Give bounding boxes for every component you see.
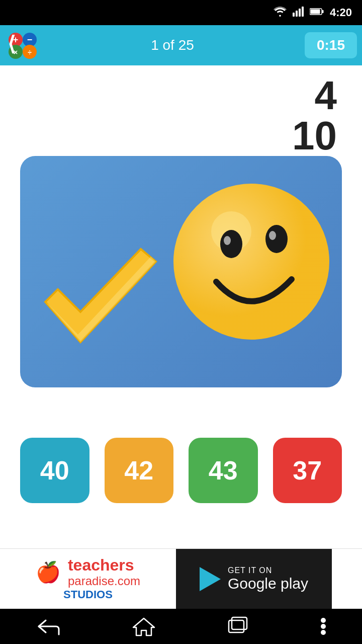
svg-rect-1 [296, 11, 298, 17]
answer-value-43: 43 [209, 455, 238, 486]
get-it-on-label: GET IT ON [228, 566, 308, 575]
answer-btn-40[interactable]: 40 [20, 438, 89, 503]
answer-btn-37[interactable]: 37 [273, 438, 342, 503]
wifi-icon [274, 7, 287, 19]
progress-label: 1 of 25 [40, 37, 305, 53]
bottom-nav [0, 609, 362, 644]
apple-icon: 🍎 [36, 560, 61, 584]
answer-value-42: 42 [124, 455, 153, 486]
answer-card [20, 156, 342, 387]
app-logo: + − × ÷ ⟨ [5, 30, 40, 60]
answer-value-40: 40 [40, 455, 69, 486]
number-top: 4 [315, 75, 337, 116]
svg-text:÷: ÷ [28, 48, 32, 56]
teachers-sub: paradise.com [68, 574, 140, 588]
svg-marker-16 [45, 249, 156, 342]
number-bottom: 10 [292, 116, 337, 156]
svg-text:−: − [27, 35, 32, 45]
menu-button[interactable] [320, 617, 326, 635]
main-content: 4 × 10 [0, 65, 362, 513]
svg-point-29 [321, 624, 326, 629]
svg-rect-6 [322, 10, 323, 13]
recents-button[interactable] [227, 616, 249, 636]
home-button[interactable] [132, 616, 155, 636]
timer-button[interactable]: 0:15 [305, 32, 357, 58]
google-play-button[interactable]: GET IT ON Google play [176, 549, 332, 609]
teachers-text: teachers [68, 556, 140, 574]
answer-btn-42[interactable]: 42 [105, 438, 174, 503]
svg-point-30 [321, 630, 326, 635]
svg-text:⟨: ⟨ [8, 33, 16, 55]
answer-buttons: 40 42 43 37 [0, 438, 362, 503]
play-icon [200, 567, 221, 591]
svg-rect-3 [302, 7, 304, 17]
top-bar: + − × ÷ ⟨ 1 of 25 0:15 [0, 25, 362, 65]
google-play-label: Google play [228, 575, 308, 592]
back-button[interactable] [36, 616, 61, 636]
checkmark-illustration [35, 242, 166, 372]
svg-point-28 [321, 618, 326, 623]
battery-icon [310, 8, 324, 18]
svg-marker-25 [133, 618, 154, 635]
ad-banner[interactable]: 🍎 teachers paradise.com STUDIOS GET IT O… [0, 548, 362, 609]
svg-rect-0 [293, 13, 295, 17]
ad-left: 🍎 teachers paradise.com STUDIOS [0, 549, 176, 609]
answer-btn-43[interactable]: 43 [189, 438, 258, 503]
svg-point-23 [265, 225, 288, 253]
google-play-text: GET IT ON Google play [228, 566, 308, 592]
svg-point-22 [224, 236, 231, 245]
teachers-studios: STUDIOS [63, 588, 113, 601]
svg-point-19 [173, 184, 329, 340]
svg-point-24 [269, 231, 276, 240]
smiley-illustration [171, 166, 332, 357]
answer-value-37: 37 [293, 455, 322, 486]
svg-rect-26 [229, 620, 244, 632]
status-bar: 4:20 [0, 0, 362, 25]
svg-rect-2 [299, 9, 301, 17]
svg-rect-5 [310, 9, 320, 14]
svg-rect-27 [232, 617, 247, 629]
svg-point-21 [220, 230, 242, 258]
signal-icon [293, 7, 304, 19]
time-display: 4:20 [330, 6, 352, 19]
math-problem: 4 × 10 [292, 75, 337, 156]
